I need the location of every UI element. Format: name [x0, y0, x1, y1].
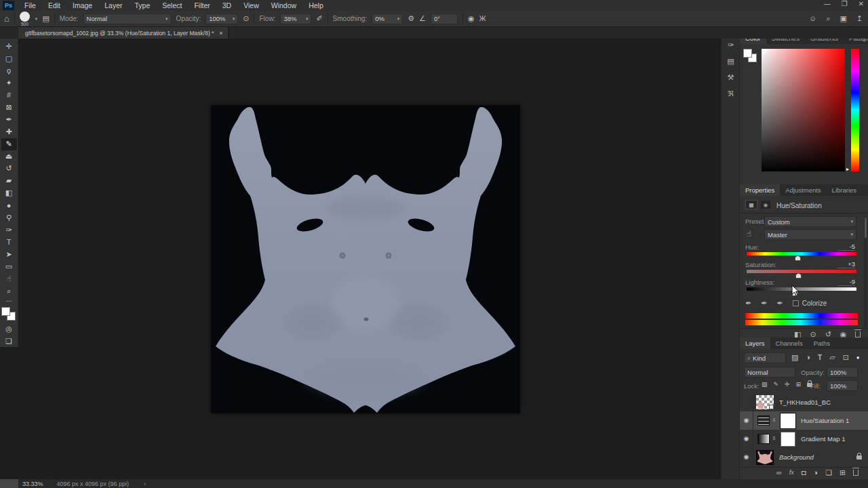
lightness-slider[interactable]: [747, 287, 856, 291]
filter-type-layers-icon[interactable]: T: [818, 354, 822, 361]
workspace-icon[interactable]: ▣: [840, 15, 846, 22]
status-options-chevron[interactable]: ›: [144, 481, 146, 487]
mask-link-icon[interactable]: ∞: [771, 436, 777, 442]
brushes-panel-icon[interactable]: ✑: [722, 37, 740, 53]
background-lock-icon[interactable]: [856, 455, 862, 460]
link-layers-icon[interactable]: ∞: [776, 469, 782, 476]
menu-edit[interactable]: Edit: [42, 0, 66, 11]
tab-libraries[interactable]: Libraries: [827, 184, 862, 196]
brush-tool[interactable]: ✎: [1, 138, 17, 150]
tab-close-icon[interactable]: ×: [219, 30, 222, 37]
menu-image[interactable]: Image: [66, 0, 98, 11]
saturation-slider-thumb[interactable]: [795, 273, 802, 279]
eyedropper-sample-icon[interactable]: ✒: [745, 300, 751, 307]
airbrush-icon[interactable]: ✐: [316, 15, 322, 22]
type-tool[interactable]: T: [1, 236, 17, 248]
background-layer-thumbnail[interactable]: [756, 450, 774, 465]
new-layer-icon[interactable]: ⊞: [840, 469, 846, 476]
pressure-size-icon[interactable]: ◉: [468, 15, 475, 22]
foreground-color-swatch[interactable]: [743, 49, 752, 58]
zoom-tool[interactable]: ⌕: [1, 285, 17, 298]
layer-row-gradient-map-1[interactable]: ◉ ∞ Gradient Map 1: [740, 430, 868, 448]
layer-fill-select[interactable]: 100%: [827, 380, 858, 391]
layer-name[interactable]: Hue/Saturation 1: [801, 417, 849, 424]
layer-row-t-hkhead01-bc[interactable]: T_HKHead01_BC: [740, 393, 868, 411]
path-selection-tool[interactable]: ➤: [1, 248, 17, 260]
foreground-background-swatches[interactable]: [1, 307, 16, 321]
eyedropper-subtract-icon[interactable]: ✒: [776, 300, 783, 307]
hue-slider[interactable]: [747, 252, 856, 256]
symmetry-icon[interactable]: Ж: [479, 15, 486, 22]
foreground-color-swatch[interactable]: [1, 307, 10, 316]
lock-transparent-icon[interactable]: ▨: [762, 382, 768, 388]
tab-paths[interactable]: Paths: [808, 338, 835, 349]
menu-type[interactable]: Type: [128, 0, 156, 11]
filter-adjustment-layers-icon[interactable]: ◑: [806, 354, 810, 361]
toolbar-ellipsis[interactable]: ⋯: [1, 298, 17, 305]
layer-thumbnail[interactable]: [756, 395, 774, 409]
blend-mode-select[interactable]: Normal ▾: [83, 14, 172, 24]
menu-layer[interactable]: Layer: [98, 0, 128, 11]
filter-smart-objects-icon[interactable]: ⊡: [843, 354, 849, 361]
tab-adjustments[interactable]: Adjustments: [780, 184, 826, 196]
saturation-slider[interactable]: [747, 270, 856, 273]
targeted-adjustment-icon[interactable]: ☝: [747, 230, 751, 238]
eyedropper-add-icon[interactable]: ✒: [761, 300, 767, 307]
home-icon[interactable]: ⌂: [4, 14, 9, 23]
lock-move-icon[interactable]: ✛: [785, 382, 790, 388]
flow-select[interactable]: 38% ▾: [280, 14, 311, 24]
visibility-toggle[interactable]: ◉: [740, 411, 753, 430]
layer-name[interactable]: T_HKHead01_BC: [779, 399, 831, 406]
visibility-toggle[interactable]: ◉: [740, 448, 753, 466]
properties-scrollbar-thumb[interactable]: [865, 218, 867, 238]
brush-settings-panel-icon[interactable]: ▤: [722, 53, 740, 69]
new-group-icon[interactable]: ❏: [825, 469, 832, 476]
marquee-tool[interactable]: ▢: [1, 52, 17, 64]
menu-file[interactable]: File: [18, 0, 42, 11]
add-layer-mask-icon[interactable]: ◘: [802, 469, 806, 476]
menu-select[interactable]: Select: [156, 0, 188, 11]
account-icon[interactable]: ☺: [809, 15, 816, 22]
layer-row-background[interactable]: ◉ Background: [740, 448, 868, 466]
visibility-toggle[interactable]: ◉: [740, 430, 753, 448]
channel-select[interactable]: Master ▾: [764, 229, 856, 240]
opacity-select[interactable]: 100% ▾: [205, 14, 238, 24]
brush-settings-toggle-icon[interactable]: ▤: [42, 15, 49, 22]
visibility-toggle-empty[interactable]: [740, 393, 753, 411]
screen-mode-button[interactable]: ❏: [1, 335, 17, 347]
glyphs-panel-icon[interactable]: ℜ: [722, 85, 740, 102]
menu-help[interactable]: Help: [302, 0, 330, 11]
menu-3d[interactable]: 3D: [216, 0, 237, 11]
layer-mask-thumbnail[interactable]: [781, 413, 795, 428]
menu-filter[interactable]: Filter: [188, 0, 216, 11]
pen-tool[interactable]: ✑: [1, 224, 17, 236]
layer-filter-toggle[interactable]: ●: [856, 355, 860, 361]
close-button[interactable]: ✕: [859, 0, 864, 7]
layer-name[interactable]: Gradient Map 1: [801, 435, 845, 443]
lightness-value[interactable]: -9: [837, 278, 855, 286]
move-tool[interactable]: ✛: [1, 40, 17, 52]
brush-angle-input[interactable]: 0°: [431, 14, 458, 24]
color-panel-swatches[interactable]: [743, 49, 758, 64]
tab-channels[interactable]: Channels: [770, 338, 808, 349]
lock-paint-icon[interactable]: ✎: [774, 382, 779, 388]
object-selection-tool[interactable]: ✦: [1, 77, 17, 89]
layer-mask-thumbnail[interactable]: [781, 432, 795, 447]
gradient-tool[interactable]: ◧: [1, 187, 17, 199]
tab-properties[interactable]: Properties: [740, 184, 780, 196]
preset-select[interactable]: Custom ▾: [764, 216, 856, 227]
clone-source-panel-icon[interactable]: ⚒: [722, 69, 740, 85]
menu-view[interactable]: View: [237, 0, 265, 11]
restore-button[interactable]: ❐: [842, 0, 848, 7]
zoom-level-field[interactable]: 33.33%: [22, 481, 43, 487]
gear-icon[interactable]: ⚙: [408, 15, 414, 22]
document-tab[interactable]: g8fbasetorsomapd_1002.jpg @ 33.3% (Hue/S…: [18, 27, 229, 39]
frame-tool[interactable]: ⊠: [1, 101, 17, 113]
tab-layers[interactable]: Layers: [740, 338, 770, 349]
mask-link-icon[interactable]: ∞: [771, 418, 777, 424]
clone-stamp-tool[interactable]: ⏏: [1, 150, 17, 163]
pressure-opacity-icon[interactable]: ⊙: [243, 15, 249, 22]
dodge-tool[interactable]: ⚲: [1, 211, 17, 224]
menu-window[interactable]: Window: [265, 0, 302, 11]
layer-opacity-select[interactable]: 100%: [827, 367, 858, 378]
